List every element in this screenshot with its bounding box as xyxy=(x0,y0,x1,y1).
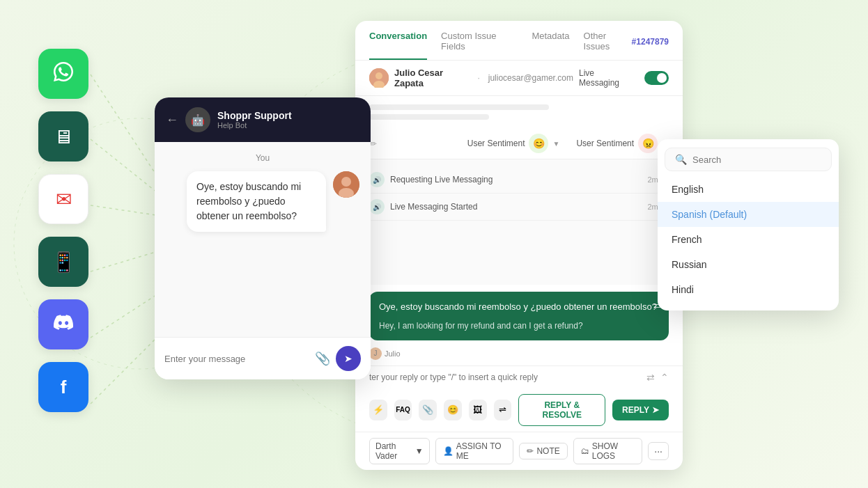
sidebar-item-facebook[interactable]: f xyxy=(38,362,88,412)
language-dropdown: 🔍 English Spanish (Default) French Russi… xyxy=(658,139,839,310)
sidebar-item-discord[interactable] xyxy=(38,299,88,349)
green-message-bubble: ⇄ Oye, estoy buscando mi reembolso y ¿pu… xyxy=(369,292,669,340)
message-icon-1: 🔊 xyxy=(369,172,385,187)
email-icon: ✉ xyxy=(56,188,72,211)
format-button[interactable]: ⇌ xyxy=(494,400,512,420)
dropdown-item-french[interactable]: French xyxy=(658,227,839,252)
attach-button[interactable]: 📎 xyxy=(315,351,330,366)
more-options-button[interactable]: ··· xyxy=(648,442,669,460)
dropdown-search-input[interactable] xyxy=(692,155,821,165)
sentiment-row: ✏ User Sentiment 😊 ▼ User Sentiment 😠 ▼ xyxy=(355,128,683,159)
tab-custom-fields[interactable]: Custom Issue Fields xyxy=(441,31,518,60)
svg-line-5 xyxy=(91,251,160,271)
sidebar-item-monitor[interactable]: 🖥 xyxy=(38,111,88,162)
back-button[interactable]: ← xyxy=(166,113,178,127)
tab-conversation[interactable]: Conversation xyxy=(369,31,427,60)
chat-input[interactable] xyxy=(164,354,309,364)
note-icon: ✏ xyxy=(527,446,534,456)
svg-point-9 xyxy=(341,177,351,187)
svg-point-12 xyxy=(375,72,382,79)
message-row-2: 🔊 Live Messaging Started 2m ag xyxy=(369,194,669,221)
bot-avatar: 🤖 xyxy=(185,107,210,132)
chat-subtitle: Help Bot xyxy=(217,121,359,129)
live-messaging-label: Live Messaging xyxy=(579,68,635,88)
faq-button[interactable]: FAQ xyxy=(394,400,412,420)
chat-header: ← 🤖 Shoppr Support Help Bot xyxy=(155,97,371,142)
bubble-sender-avatar: J xyxy=(369,347,382,360)
message-icon-2: 🔊 xyxy=(369,199,385,214)
conversation-panel: Conversation Custom Issue Fields Metadat… xyxy=(355,21,683,470)
assignee-select[interactable]: Darth Vader ▼ xyxy=(369,438,430,464)
message-text-1: Requesting Live Messaging xyxy=(390,175,642,184)
svg-line-4 xyxy=(91,205,160,216)
discord-icon xyxy=(54,313,73,337)
emoji-button[interactable]: 😊 xyxy=(444,400,462,420)
conversation-user-avatar xyxy=(369,68,389,88)
sentiment-chevron-1[interactable]: ▼ xyxy=(552,140,559,148)
chat-sender-label: You xyxy=(166,153,359,163)
user-separator: · xyxy=(477,73,479,83)
send-button[interactable]: ➤ xyxy=(336,346,361,371)
assign-person-icon: 👤 xyxy=(443,446,454,456)
translate-reply-icon[interactable]: ⇄ xyxy=(646,372,655,383)
dropdown-search-container: 🔍 xyxy=(665,148,832,171)
facebook-icon: f xyxy=(61,377,67,398)
sidebar-item-mobile[interactable]: 📱 xyxy=(38,237,88,287)
chat-bubble-container: Oye, estoy buscando mi reembolso y ¿pued… xyxy=(166,171,359,232)
chat-message-bubble: Oye, estoy buscando mi reembolso y ¿pued… xyxy=(187,171,326,232)
sentiment-emoji-negative: 😠 xyxy=(638,134,658,153)
sidebar-item-whatsapp[interactable] xyxy=(38,49,88,99)
reply-button[interactable]: REPLY ➤ xyxy=(612,400,669,420)
mobile-icon: 📱 xyxy=(52,251,76,274)
tab-metadata[interactable]: Metadata xyxy=(532,31,569,60)
dropdown-item-hindi[interactable]: Hindi xyxy=(658,277,839,302)
user-email: juliocesar@gamer.com xyxy=(488,73,573,83)
user-name: Julio Cesar Zapata xyxy=(394,68,472,88)
reply-arrow-icon: ➤ xyxy=(652,405,659,415)
svg-line-7 xyxy=(91,334,160,404)
skeleton-line-1 xyxy=(369,104,549,110)
reply-button-label: REPLY xyxy=(622,405,649,415)
note-label: NOTE xyxy=(536,446,559,456)
skeleton-loader xyxy=(355,96,683,128)
logs-label: SHOW LOGS xyxy=(592,441,635,461)
conversation-tabs: Conversation Custom Issue Fields Metadat… xyxy=(369,31,632,60)
dropdown-item-spanish[interactable]: Spanish (Default) xyxy=(658,202,839,227)
assignee-chevron-icon: ▼ xyxy=(415,446,424,456)
sentiment-label-2: User Sentiment xyxy=(576,139,634,148)
sidebar-item-email[interactable]: ✉ xyxy=(38,174,88,224)
expand-reply-icon[interactable]: ⌃ xyxy=(660,372,669,383)
dropdown-item-english[interactable]: English xyxy=(658,177,839,202)
logs-icon: 🗂 xyxy=(581,446,589,456)
bubble-sender-row: J Julio xyxy=(369,347,669,360)
tab-other-issues[interactable]: Other Issues xyxy=(584,31,632,60)
sentiment-emoji-positive: 😊 xyxy=(529,134,548,153)
gallery-button[interactable]: 🖼 xyxy=(469,400,487,420)
lightning-button[interactable]: ⚡ xyxy=(369,400,387,420)
conversation-messages: 🔊 Requesting Live Messaging 2m ag 🔊 Live… xyxy=(355,159,683,285)
sentiment-label-1: User Sentiment xyxy=(467,139,525,148)
svg-line-6 xyxy=(91,292,160,338)
reply-area: ⇄ ⌃ xyxy=(355,365,683,388)
live-messaging-toggle[interactable] xyxy=(644,71,669,85)
svg-line-3 xyxy=(91,139,160,195)
assign-to-me-button[interactable]: 👤 ASSIGN TO ME xyxy=(435,438,514,464)
chat-body: You Oye, estoy buscando mi reembolso y ¿… xyxy=(155,142,371,337)
attach-action-button[interactable]: 📎 xyxy=(419,400,437,420)
issue-number: #1247879 xyxy=(632,37,669,54)
monitor-icon: 🖥 xyxy=(54,125,73,148)
note-button[interactable]: ✏ NOTE xyxy=(519,443,567,459)
assignee-name: Darth Vader xyxy=(375,441,412,461)
message-row-1: 🔊 Requesting Live Messaging 2m ag xyxy=(369,166,669,194)
reply-icons: ⇄ ⌃ xyxy=(646,372,669,383)
translated-message-text: Hey, I am looking for my refund and can … xyxy=(379,320,659,332)
reply-resolve-button[interactable]: REPLY & RESOLVE xyxy=(518,394,605,426)
search-icon: 🔍 xyxy=(675,154,687,165)
user-avatar xyxy=(333,171,359,198)
reply-input[interactable] xyxy=(369,372,646,382)
assign-to-me-label: ASSIGN TO ME xyxy=(456,441,506,461)
show-logs-button[interactable]: 🗂 SHOW LOGS xyxy=(573,438,643,464)
message-text-2: Live Messaging Started xyxy=(390,202,642,212)
dropdown-item-russian[interactable]: Russian xyxy=(658,252,839,277)
actions-bar: ⚡ FAQ 📎 😊 🖼 ⇌ REPLY & RESOLVE REPLY ➤ xyxy=(355,388,683,432)
